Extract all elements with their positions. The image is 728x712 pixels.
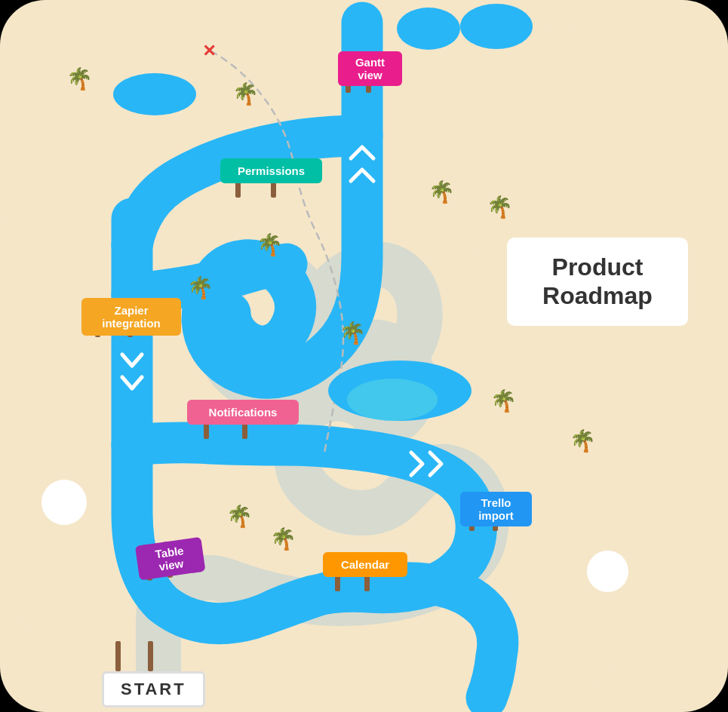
palm-tree: 🌴 — [187, 275, 213, 300]
palm-tree: 🌴 — [256, 232, 283, 257]
gantt-view-sign[interactable]: Gantt view — [338, 51, 402, 86]
svg-point-8 — [397, 8, 460, 50]
x-marker: ✕ — [202, 41, 216, 61]
svg-point-7 — [113, 73, 196, 115]
calendar-sign[interactable]: Calendar — [323, 552, 407, 577]
palm-tree: 🌴 — [570, 428, 596, 453]
trello-import-sign[interactable]: Trello import — [460, 492, 532, 526]
palm-tree: 🌴 — [339, 321, 366, 345]
svg-point-9 — [460, 4, 533, 49]
svg-point-11 — [347, 379, 438, 421]
map-container: ✕ 🌴 🌴 🌴 🌴 🌴 🌴 🌴 🌴 🌴 🌴 🌴 Gantt view Permi… — [0, 0, 728, 712]
palm-tree: 🌴 — [232, 81, 259, 106]
decorative-circle — [41, 480, 87, 525]
product-roadmap-title: Product Roadmap — [507, 238, 688, 326]
palm-tree: 🌴 — [429, 180, 455, 204]
palm-tree: 🌴 — [487, 195, 513, 219]
start-sign: START — [102, 671, 205, 707]
palm-tree: 🌴 — [226, 504, 253, 529]
svg-point-2 — [400, 30, 728, 272]
notifications-sign[interactable]: Notifications — [187, 400, 299, 425]
palm-tree: 🌴 — [270, 526, 296, 551]
palm-tree: 🌴 — [490, 388, 517, 413]
zapier-integration-sign[interactable]: Zapier integration — [81, 298, 181, 336]
palm-tree: 🌴 — [66, 66, 93, 91]
permissions-sign[interactable]: Permissions — [220, 158, 322, 183]
decorative-circle — [587, 551, 628, 592]
